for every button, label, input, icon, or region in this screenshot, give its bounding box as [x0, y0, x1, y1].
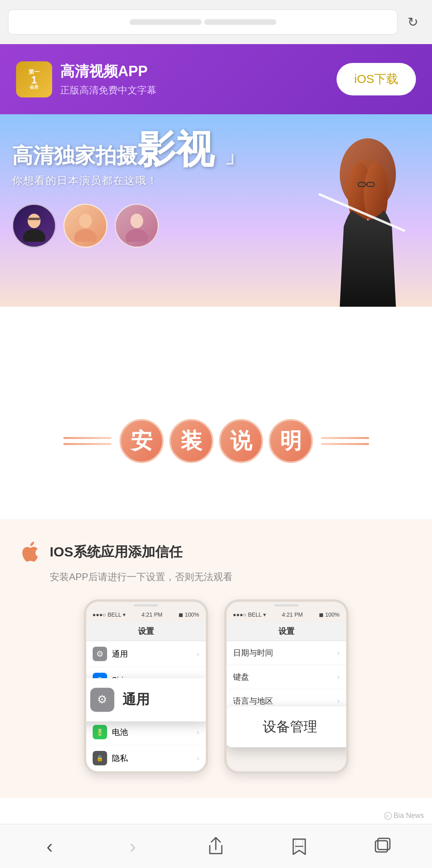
install-section: 安 装 说 明	[0, 387, 432, 519]
phone1-status-right: ◼ 100%	[178, 611, 199, 618]
phones-container: ●●●○ BELL ▾ 4:21 PM ◼ 100% 设置 ⚙ 通用 › S S…	[16, 599, 416, 774]
svg-rect-2	[28, 218, 40, 220]
title-line-1	[63, 437, 112, 439]
svg-point-5	[130, 214, 143, 228]
ios-trust-section: IOS系统应用添加信任 安装APP后请进行一下设置，否则无法观看 ●●●○ BE…	[0, 519, 432, 798]
device-mgmt-text: 设备管理	[246, 718, 334, 736]
phone2-setting-datetime[interactable]: 日期与时间 ›	[227, 641, 346, 665]
hero-title: 高清独家拍摄影视 」	[12, 130, 244, 169]
phone-mockup-2: ●●●○ BELL ▾ 4:21 PM ◼ 100% 设置 日期与时间 › 键盘…	[224, 599, 349, 774]
general-popup: ⚙ 通用	[84, 678, 208, 721]
phone1-status-time: 4:21 PM	[142, 611, 162, 618]
chevron-language: ›	[337, 697, 340, 705]
title-char-2: 说	[219, 419, 263, 463]
chevron-datetime: ›	[337, 649, 340, 657]
chevron-keyboard: ›	[337, 673, 340, 681]
phone2-setting-keyboard[interactable]: 键盘 ›	[227, 665, 346, 689]
setting-label-privacy: 隐私	[112, 753, 192, 764]
svg-point-4	[74, 229, 97, 242]
watermark: B Bia News	[384, 811, 424, 820]
browser-bar: ↻	[0, 0, 432, 44]
ios-download-button[interactable]: iOS下载	[337, 63, 416, 95]
title-line-right	[321, 437, 369, 445]
nav-tabs-button[interactable]	[366, 830, 398, 862]
ios-trust-title: IOS系统应用添加信任	[50, 543, 183, 561]
popup-icon-general: ⚙	[90, 688, 114, 712]
ios-trust-subtitle: 安装APP后请进行一下设置，否则无法观看	[50, 571, 416, 583]
banner-app-name: 高清视频APP	[60, 62, 156, 81]
title-line-4	[321, 443, 369, 445]
forward-icon: ›	[130, 835, 136, 857]
nav-forward-button[interactable]: ›	[117, 830, 149, 862]
address-blur-2	[204, 19, 276, 25]
popup-text-general: 通用	[122, 690, 150, 709]
hero-content: 高清独家拍摄影视 」 你想看的日本演员都在这哦！	[12, 130, 244, 248]
ios-trust-header: IOS系统应用添加信任	[16, 539, 416, 565]
install-title-chars: 安 装 说 明	[120, 419, 313, 463]
svg-point-6	[126, 229, 148, 242]
setting-label-general: 通用	[112, 649, 192, 660]
phone1-nav-bar: 设置	[86, 622, 206, 641]
phone1-status-bar: ●●●○ BELL ▾ 4:21 PM ◼ 100%	[86, 607, 206, 622]
title-line-2	[63, 443, 112, 445]
app-icon: 第一 1 会所	[16, 61, 52, 97]
chevron-battery: ›	[197, 728, 199, 736]
title-line-left	[63, 437, 112, 445]
bookmarks-icon	[291, 837, 308, 856]
refresh-button[interactable]: ↻	[402, 11, 424, 33]
hero-section: 高清独家拍摄影视 」 你想看的日本演员都在这哦！	[0, 114, 432, 307]
setting-label-battery: 电池	[112, 727, 192, 738]
apple-icon	[16, 539, 42, 565]
hero-avatar-1	[12, 204, 56, 248]
phone2-status-bar: ●●●○ BELL ▾ 4:21 PM ◼ 100%	[227, 607, 346, 622]
phone2-status-left: ●●●○ BELL ▾	[233, 611, 266, 618]
white-space-1	[0, 307, 432, 387]
phone1-status-left: ●●●○ BELL ▾	[93, 611, 126, 618]
nav-back-button[interactable]: ‹	[34, 830, 66, 862]
address-bar[interactable]	[8, 10, 398, 34]
title-line-3	[321, 437, 369, 439]
address-blur-1	[130, 19, 202, 25]
hero-figure	[280, 114, 432, 307]
app-banner: 第一 1 会所 高清视频APP 正版高清免费中文字幕 iOS下载	[0, 44, 432, 114]
banner-left: 第一 1 会所 高清视频APP 正版高清免费中文字幕	[16, 61, 156, 97]
device-mgmt-popup: 设备管理	[226, 706, 349, 747]
nav-bookmarks-button[interactable]	[283, 830, 315, 862]
phone-mockup-1: ●●●○ BELL ▾ 4:21 PM ◼ 100% 设置 ⚙ 通用 › S S…	[84, 599, 208, 774]
svg-point-1	[23, 229, 45, 242]
phone2-label-datetime: 日期与时间	[233, 647, 273, 658]
phone1-setting-privacy[interactable]: 🔒 隐私 ›	[86, 745, 206, 771]
banner-subtitle: 正版高清免费中文字幕	[60, 84, 156, 97]
watermark-text: Bia News	[393, 811, 424, 820]
hero-avatar-3	[115, 204, 159, 248]
hero-avatar-2	[63, 204, 107, 248]
phone2-label-language: 语言与地区	[233, 696, 273, 706]
setting-icon-general: ⚙	[93, 647, 107, 661]
title-char-1: 装	[169, 419, 213, 463]
svg-text:B: B	[386, 814, 388, 818]
install-title: 安 装 说 明	[55, 419, 377, 463]
phone2-label-keyboard: 键盘	[233, 672, 249, 682]
back-icon: ‹	[47, 835, 53, 857]
bottom-nav: ‹ ›	[0, 824, 432, 868]
share-icon	[207, 837, 224, 856]
setting-icon-privacy: 🔒	[93, 751, 107, 765]
hero-subtitle: 你想看的日本演员都在这哦！	[12, 174, 244, 188]
nav-share-button[interactable]	[200, 830, 232, 862]
watermark-icon: B	[384, 812, 392, 820]
phone2-status-time: 4:21 PM	[282, 611, 303, 618]
title-char-3: 明	[269, 419, 313, 463]
phone1-setting-general[interactable]: ⚙ 通用 ›	[86, 641, 206, 667]
phone2-status-right: ◼ 100%	[319, 611, 340, 618]
title-char-0: 安	[120, 419, 164, 463]
phone1-setting-battery[interactable]: 🔋 电池 ›	[86, 719, 206, 745]
chevron-general: ›	[197, 650, 199, 658]
tabs-icon	[374, 837, 391, 856]
banner-text: 高清视频APP 正版高清免费中文字幕	[60, 62, 156, 97]
svg-point-3	[79, 214, 92, 228]
svg-point-0	[28, 214, 41, 228]
chevron-privacy: ›	[197, 754, 199, 763]
phone2-nav-bar: 设置	[227, 622, 346, 641]
hero-avatars	[12, 204, 244, 248]
setting-icon-battery: 🔋	[93, 725, 107, 739]
